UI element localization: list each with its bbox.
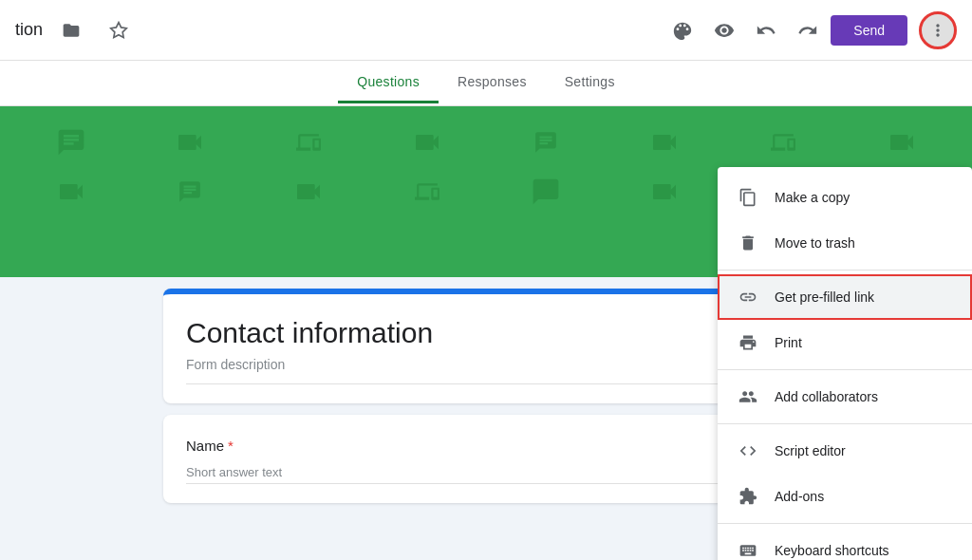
menu-item-script-editor[interactable]: Script editor [718,428,972,474]
form-title: Contact information [186,317,786,349]
menu-divider-1 [718,270,972,271]
menu-divider-3 [718,423,972,424]
menu-item-add-ons[interactable]: Add-ons [718,474,972,519]
tab-questions[interactable]: Questions [338,63,439,103]
page-title: tion [15,20,43,40]
form-card: Contact information Form description [163,289,809,403]
banner-icon-12 [371,171,482,213]
redo-icon [797,20,818,41]
move-to-trash-label: Move to trash [775,235,953,251]
banner-icon-3 [252,121,364,163]
send-button[interactable]: Send [831,15,907,46]
banner-icon-1 [15,121,126,163]
palette-btn[interactable] [664,11,701,49]
menu-item-add-collaborators[interactable]: Add collaborators [718,374,972,420]
banner-icon-2 [134,121,245,163]
script-editor-label: Script editor [775,443,953,458]
banner-icon-7 [727,121,838,163]
add-collaborators-label: Add collaborators [775,389,953,404]
folder-icon-btn[interactable] [52,11,90,49]
undo-icon [756,20,776,41]
question-card: Name * Short answer text [163,415,809,503]
main-content: Contact information Form description Nam… [0,106,972,560]
menu-divider-4 [718,523,972,524]
preview-btn[interactable] [705,11,743,49]
prefilled-link-label: Get pre-filled link [775,289,953,305]
palette-icon [672,20,693,41]
question-text: Name [186,438,224,454]
star-icon [109,21,128,40]
tab-settings[interactable]: Settings [546,63,634,103]
print-icon [737,331,759,354]
dropdown-menu: Make a copy Move to trash Get pre-filled… [718,167,972,560]
menu-item-print[interactable]: Print [718,320,972,365]
banner-icon-11 [252,171,364,213]
top-bar: tion [0,0,972,61]
banner-icon-5 [490,121,601,163]
question-label: Name * [186,438,786,454]
more-options-button[interactable] [919,11,957,49]
top-bar-left: tion [15,11,664,49]
puzzle-icon [737,485,759,508]
people-icon [737,385,759,408]
keyboard-icon [737,539,759,560]
more-vert-icon [928,21,947,40]
code-icon [737,439,759,462]
star-icon-btn[interactable] [100,11,138,49]
redo-btn[interactable] [789,11,827,49]
banner-icon-10 [134,171,245,213]
copy-icon [737,186,759,209]
banner-icon-4 [371,121,482,163]
menu-item-keyboard-shortcuts[interactable]: Keyboard shortcuts [718,528,972,560]
banner-icon-14 [608,171,720,213]
answer-placeholder[interactable]: Short answer text [186,465,786,484]
required-star: * [228,438,234,454]
tabs-bar: Questions Responses Settings [0,61,972,106]
menu-item-move-to-trash[interactable]: Move to trash [718,220,972,266]
print-label: Print [775,335,953,350]
menu-item-make-copy[interactable]: Make a copy [718,175,972,220]
link-icon [737,286,759,308]
add-ons-label: Add-ons [775,489,953,504]
top-bar-icons: Send [664,11,957,49]
folder-icon [62,21,81,40]
preview-icon [714,20,735,41]
undo-btn[interactable] [747,11,785,49]
banner-icon-13 [490,171,601,213]
form-description[interactable]: Form description [186,357,786,384]
banner-icon-9 [15,171,126,213]
make-copy-label: Make a copy [775,190,953,205]
menu-item-prefilled-link[interactable]: Get pre-filled link [718,274,972,320]
svg-marker-0 [111,22,127,37]
banner-icon-6 [608,121,720,163]
tab-responses[interactable]: Responses [439,63,546,103]
banner-icon-8 [846,121,957,163]
menu-divider-2 [718,369,972,370]
trash-icon [737,232,759,254]
keyboard-shortcuts-label: Keyboard shortcuts [775,543,953,558]
